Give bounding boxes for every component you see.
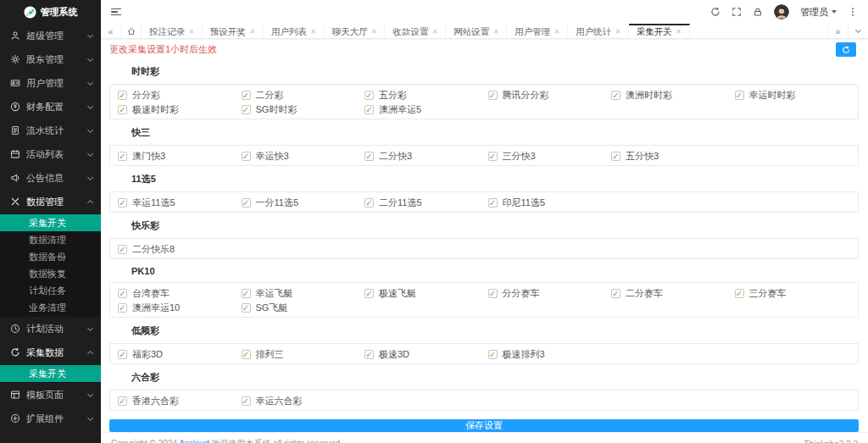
lottery-checkbox-item[interactable]: ✓澳洲幸运10 xyxy=(118,302,242,313)
sidebar-item-collect-data[interactable]: 采集数据 xyxy=(0,341,101,364)
fullscreen-icon[interactable] xyxy=(732,7,742,17)
lottery-checkbox-item[interactable]: ✓排列三 xyxy=(242,348,365,360)
lottery-checkbox-item[interactable]: ✓极速时时彩 xyxy=(118,103,242,115)
close-icon[interactable]: × xyxy=(250,28,255,36)
lottery-checkbox-item[interactable]: ✓二分快乐8 xyxy=(118,243,242,255)
sidebar-subitem[interactable]: 采集开关 xyxy=(0,214,101,231)
checkbox-label: 幸运六合彩 xyxy=(256,395,303,407)
chevron-down-icon xyxy=(87,79,93,85)
tab-item[interactable]: 用户统计× xyxy=(568,24,629,38)
lottery-checkbox-item[interactable]: ✓二分快3 xyxy=(364,150,488,162)
sidebar-subitem[interactable]: 数据清理 xyxy=(0,231,101,248)
lottery-checkbox-item[interactable]: ✓三分赛车 xyxy=(735,287,859,299)
tab-item[interactable]: 收款设置× xyxy=(385,24,446,38)
lottery-checkbox-item[interactable]: ✓SG飞艇 xyxy=(242,302,365,313)
checkbox-checked-icon: ✓ xyxy=(242,396,251,406)
close-icon[interactable]: × xyxy=(189,28,194,36)
chevron-down-icon xyxy=(87,126,93,132)
close-icon[interactable]: × xyxy=(432,28,437,36)
sidebar-item-user-admin[interactable]: 用户管理 xyxy=(0,71,101,95)
lottery-checkbox-item[interactable]: ✓幸运快3 xyxy=(242,150,365,162)
user-menu[interactable]: 管理员 xyxy=(800,6,837,19)
sidebar-item-extensions[interactable]: 扩展组件 xyxy=(0,407,101,430)
lottery-checkbox-item[interactable]: ✓二分11选5 xyxy=(364,197,488,208)
avatar[interactable] xyxy=(774,4,789,19)
app-logo[interactable]: 管理系统 xyxy=(0,0,101,24)
refresh-icon[interactable] xyxy=(710,7,721,17)
tab-item[interactable]: 预设开奖× xyxy=(203,24,264,38)
lottery-checkbox-item[interactable]: ✓二分彩 xyxy=(242,89,365,101)
close-icon[interactable]: × xyxy=(372,28,377,36)
save-settings-button[interactable]: 保存设置 xyxy=(109,419,859,432)
collapse-sidebar-icon[interactable] xyxy=(111,8,121,16)
tab-item[interactable]: 网站设置× xyxy=(446,24,507,38)
lottery-checkbox-item[interactable]: ✓五分彩 xyxy=(364,89,488,101)
tab-item[interactable]: 用户列表× xyxy=(264,24,325,38)
checkbox-label: 二分彩 xyxy=(256,89,284,102)
scroll-tabs-right-icon[interactable]: » xyxy=(827,24,848,38)
lottery-checkbox-item[interactable]: ✓SG时时彩 xyxy=(242,103,365,115)
lottery-checkbox-item[interactable]: ✓分分彩 xyxy=(118,89,242,101)
sidebar-subitem[interactable]: 数据恢复 xyxy=(0,265,101,282)
more-vertical-icon[interactable] xyxy=(848,7,858,17)
lottery-checkbox-item[interactable]: ✓极速3D xyxy=(364,348,488,360)
sidebar-item-super-admin[interactable]: 超级管理 xyxy=(0,24,101,47)
lottery-checkbox-item[interactable]: ✓幸运六合彩 xyxy=(242,395,365,407)
checkbox-label: 五分彩 xyxy=(379,89,407,102)
sidebar-item-activity-list[interactable]: 活动列表 xyxy=(0,142,101,166)
sidebar-subitem[interactable]: 计划任务 xyxy=(0,282,101,299)
lottery-checkbox-item[interactable]: ✓极速排列3 xyxy=(488,348,612,360)
lottery-checkbox-item[interactable]: ✓腾讯分分彩 xyxy=(488,89,612,101)
sidebar-item-turnover-stats[interactable]: 流水统计 xyxy=(0,119,101,142)
lottery-checkbox-item[interactable]: ✓分分赛车 xyxy=(488,287,612,299)
lottery-checkbox-item[interactable]: ✓澳洲时时彩 xyxy=(611,89,735,101)
sidebar-item-label: 财务配置 xyxy=(26,101,64,114)
lottery-checkbox-item[interactable]: ✓三分快3 xyxy=(488,150,612,162)
sidebar-subitem[interactable]: 采集开关 xyxy=(0,365,101,382)
lottery-checkbox-item[interactable]: ✓幸运飞艇 xyxy=(242,287,365,299)
sidebar-item-shareholder-admin[interactable]: 股东管理 xyxy=(0,47,101,71)
sidebar-item-template-pages[interactable]: 模板页面 xyxy=(0,383,101,407)
tab-item[interactable]: 采集开关× xyxy=(629,24,690,38)
tab-item[interactable]: 用户管理× xyxy=(507,24,568,38)
section-box: ✓澳门快3✓幸运快3✓二分快3✓三分快3✓五分快3 xyxy=(109,145,859,166)
lock-icon[interactable] xyxy=(753,7,763,17)
lottery-checkbox-item[interactable]: ✓五分快3 xyxy=(611,150,735,162)
lottery-checkbox-item[interactable]: ✓极速飞艇 xyxy=(364,287,488,299)
lottery-checkbox-item[interactable]: ✓幸运11选5 xyxy=(118,197,242,208)
lottery-checkbox-item[interactable]: ✓二分赛车 xyxy=(611,287,735,299)
close-icon[interactable]: × xyxy=(493,28,498,36)
close-icon[interactable]: × xyxy=(311,28,316,36)
close-icon[interactable]: × xyxy=(676,28,682,36)
sidebar-item-announcement-info[interactable]: 公告信息 xyxy=(0,166,101,190)
lottery-checkbox-item[interactable]: ✓澳洲幸运5 xyxy=(364,103,488,115)
sidebar-subitem[interactable]: 数据备份 xyxy=(0,248,101,265)
tab-item[interactable]: 投注记录× xyxy=(142,24,203,38)
tab-item[interactable]: 聊天大厅× xyxy=(325,24,386,38)
copyright-text: Copyright © 2024 Ascloud 欢迎使用本系统 all rig… xyxy=(111,438,342,443)
lottery-section: PK10✓台湾赛车✓幸运飞艇✓极速飞艇✓分分赛车✓二分赛车✓三分赛车✓澳洲幸运1… xyxy=(109,266,859,318)
lottery-checkbox-item[interactable]: ✓一分11选5 xyxy=(242,197,365,208)
lottery-checkbox-item[interactable]: ✓澳门快3 xyxy=(118,150,242,162)
close-icon[interactable]: × xyxy=(554,28,559,36)
sidebar-item-finance-config[interactable]: ¥财务配置 xyxy=(0,95,101,119)
sidebar-item-plan-activity[interactable]: 计划活动 xyxy=(0,317,101,341)
reload-button[interactable] xyxy=(836,42,856,57)
lottery-checkbox-item[interactable]: ✓幸运时时彩 xyxy=(735,89,859,101)
lottery-checkbox-item[interactable]: ✓香港六合彩 xyxy=(118,395,242,407)
tab-options-icon[interactable] xyxy=(848,24,868,38)
lottery-checkbox-item[interactable]: ✓台湾赛车 xyxy=(118,287,242,299)
scroll-tabs-left-icon[interactable]: « xyxy=(101,24,121,38)
lottery-checkbox-item[interactable]: ✓印尼11选5 xyxy=(488,197,612,208)
close-icon[interactable]: × xyxy=(615,28,620,36)
sidebar-item-data-management[interactable]: 数据管理 xyxy=(0,190,101,213)
checkbox-label: 二分赛车 xyxy=(626,287,663,300)
home-tab[interactable] xyxy=(121,24,142,38)
lottery-checkbox-item[interactable]: ✓福彩3D xyxy=(118,348,242,360)
checkbox-checked-icon: ✓ xyxy=(118,198,127,208)
checkbox-checked-icon: ✓ xyxy=(488,91,498,100)
checkbox-checked-icon: ✓ xyxy=(118,152,127,161)
checkbox-label: 幸运时时彩 xyxy=(749,89,796,102)
ascloud-link[interactable]: Ascloud xyxy=(179,439,209,443)
sidebar-subitem[interactable]: 业务清理 xyxy=(0,299,101,316)
